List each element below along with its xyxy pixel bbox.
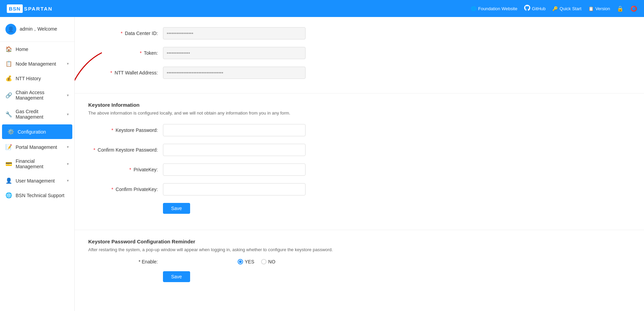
home-label: Home xyxy=(16,47,69,52)
chain-access-label: Chain Access Management xyxy=(16,90,63,101)
private-key-input[interactable] xyxy=(163,163,306,176)
logo-spartan: SPARTAN xyxy=(24,6,53,12)
radio-no-text: NO xyxy=(268,259,275,264)
version-icon: 📋 xyxy=(588,6,594,11)
user-mgmt-label: User Management xyxy=(16,178,63,184)
enable-label: * Enable: xyxy=(88,259,163,264)
data-center-id-row: * Data Center ID: xyxy=(88,27,630,39)
sidebar-item-ntt-history[interactable]: 💰 NTT History xyxy=(0,71,74,86)
sidebar-item-home[interactable]: 🏠 Home xyxy=(0,42,74,56)
data-center-id-input[interactable] xyxy=(163,27,306,39)
sidebar-item-user-management[interactable]: 👤 User Management ▾ xyxy=(0,173,74,188)
chevron-down-icon-2: ▾ xyxy=(67,93,69,98)
lock-icon[interactable]: 🔒 xyxy=(617,5,624,12)
ntt-wallet-row: * NTT Wallet Address: xyxy=(88,67,630,79)
radio-yes-input[interactable] xyxy=(238,259,243,264)
sidebar-item-chain-access[interactable]: 🔗 Chain Access Management ▾ xyxy=(0,86,74,105)
chevron-down-icon-5: ▾ xyxy=(67,162,69,166)
keystore-password-label: * Keystore Password: xyxy=(88,127,163,133)
reminder-save-row: Save xyxy=(88,271,630,282)
github-icon xyxy=(524,5,530,13)
logo-bsn: BSN xyxy=(9,6,21,12)
main-content: * Data Center ID: * Token: * NTT Wallet … xyxy=(75,17,644,311)
foundation-website-label: Foundation Website xyxy=(478,6,517,11)
keystore-password-input[interactable] xyxy=(163,124,306,136)
version-link[interactable]: 📋 Version xyxy=(588,6,610,11)
keystore-section: Keystore Information The above informati… xyxy=(75,93,644,230)
power-icon[interactable]: ⭕ xyxy=(630,5,637,12)
keystore-title: Keystore Information xyxy=(88,102,630,108)
foundation-website-link[interactable]: 🌐 Foundation Website xyxy=(471,6,517,11)
financial-icon: 💳 xyxy=(5,161,12,167)
avatar: 👤 xyxy=(5,24,16,35)
globe-icon: 🌐 xyxy=(471,6,476,11)
chevron-down-icon: ▾ xyxy=(67,62,69,66)
radio-no-label[interactable]: NO xyxy=(261,259,275,264)
basic-info-section: * Data Center ID: * Token: * NTT Wallet … xyxy=(75,17,644,93)
token-row: * Token: xyxy=(88,47,630,59)
confirm-keystore-password-label: * Confirm Keystore Password: xyxy=(88,147,163,153)
keystore-save-button[interactable]: Save xyxy=(163,203,190,214)
confirm-keystore-password-input[interactable] xyxy=(163,144,306,156)
ntt-label: NTT History xyxy=(16,76,69,81)
sidebar-item-portal-management[interactable]: 📝 Portal Management ▾ xyxy=(0,140,74,154)
portal-icon: 📝 xyxy=(5,144,12,150)
node-mgmt-icon: 📋 xyxy=(5,61,12,67)
radio-yes-text: YES xyxy=(245,259,254,264)
confirm-private-key-input[interactable] xyxy=(163,183,306,195)
user-info: 👤 admin，Welcome xyxy=(0,17,74,42)
ntt-wallet-label: * NTT Wallet Address: xyxy=(88,70,163,75)
keystore-desc: The above information is configured loca… xyxy=(88,110,630,116)
data-center-id-label: * Data Center ID: xyxy=(88,31,163,36)
header: BSN SPARTAN 🌐 Foundation Website GitHub … xyxy=(0,0,644,17)
reminder-title: Keystore Password Configuration Reminder xyxy=(88,239,630,244)
chevron-down-icon-3: ▾ xyxy=(67,112,69,117)
private-key-label: * PrivateKey: xyxy=(88,167,163,172)
quick-start-label: Quick Start xyxy=(559,6,581,11)
radio-no-input[interactable] xyxy=(261,259,266,264)
financial-label: Financial Management xyxy=(16,158,63,169)
quick-start-link[interactable]: 🔑 Quick Start xyxy=(552,6,581,11)
bsn-support-icon: 🌐 xyxy=(5,192,12,198)
config-icon: ⚙️ xyxy=(7,128,14,135)
token-label: * Token: xyxy=(88,50,163,56)
sidebar-item-bsn-support[interactable]: 🌐 BSN Technical Support xyxy=(0,188,74,203)
config-label: Configuration xyxy=(18,129,67,135)
reminder-save-button[interactable]: Save xyxy=(163,271,190,282)
sidebar-item-configuration[interactable]: ⚙️ Configuration xyxy=(2,124,72,139)
required-star: * xyxy=(121,31,122,36)
enable-row: * Enable: YES NO xyxy=(88,259,630,264)
logo: BSN SPARTAN xyxy=(7,4,53,13)
portal-label: Portal Management xyxy=(16,144,63,150)
sidebar-item-financial-management[interactable]: 💳 Financial Management ▾ xyxy=(0,154,74,173)
gas-label: Gas Credit Management xyxy=(16,109,63,120)
bsn-support-label: BSN Technical Support xyxy=(16,193,69,198)
ntt-wallet-input[interactable] xyxy=(163,67,306,79)
private-key-row: * PrivateKey: xyxy=(88,163,630,176)
github-link[interactable]: GitHub xyxy=(524,5,546,13)
enable-radio-group: YES NO xyxy=(238,259,275,264)
confirm-keystore-password-row: * Confirm Keystore Password: xyxy=(88,144,630,156)
github-label: GitHub xyxy=(532,6,546,11)
radio-yes-label[interactable]: YES xyxy=(238,259,254,264)
header-nav: 🌐 Foundation Website GitHub 🔑 Quick Star… xyxy=(471,5,637,13)
chevron-down-icon-4: ▾ xyxy=(67,145,69,149)
sidebar: 👤 admin，Welcome 🏠 Home 📋 Node Management… xyxy=(0,17,75,311)
version-label: Version xyxy=(595,6,610,11)
keystore-title-text: Keystore Information xyxy=(88,102,140,108)
user-greeting: admin，Welcome xyxy=(20,26,57,32)
confirm-private-key-label: * Confirm PrivateKey: xyxy=(88,187,163,192)
sidebar-item-gas-credit[interactable]: 🔧 Gas Credit Management ▾ xyxy=(0,105,74,124)
ntt-icon: 💰 xyxy=(5,75,12,82)
node-mgmt-label: Node Management xyxy=(16,61,63,67)
reminder-desc: After restarting the system, a pop-up wi… xyxy=(88,247,630,252)
logo-box: BSN xyxy=(7,4,23,13)
keystore-save-row: Save xyxy=(88,203,630,214)
user-mgmt-icon: 👤 xyxy=(5,177,12,184)
sidebar-item-node-management[interactable]: 📋 Node Management ▾ xyxy=(0,56,74,71)
confirm-private-key-row: * Confirm PrivateKey: xyxy=(88,183,630,195)
chevron-down-icon-6: ▾ xyxy=(67,178,69,183)
key-icon: 🔑 xyxy=(552,6,558,11)
home-icon: 🏠 xyxy=(5,46,12,52)
token-input[interactable] xyxy=(163,47,306,59)
